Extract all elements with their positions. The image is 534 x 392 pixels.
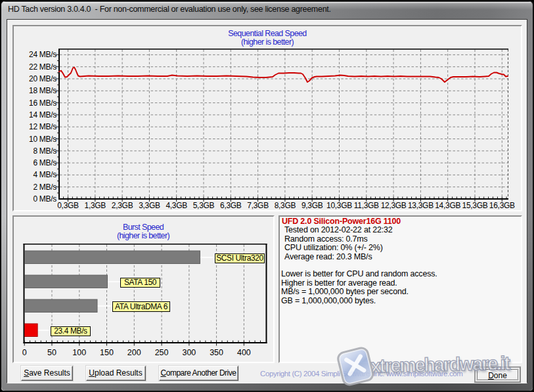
svg-text:200: 200 <box>127 348 141 357</box>
svg-text:0: 0 <box>22 348 27 357</box>
svg-text:50: 50 <box>47 348 56 357</box>
svg-text:15,3GB: 15,3GB <box>462 201 488 210</box>
svg-text:400: 400 <box>237 348 251 357</box>
svg-text:20 MB/s: 20 MB/s <box>29 74 56 83</box>
svg-text:11,3GB: 11,3GB <box>354 201 379 210</box>
svg-text:8 MB/s: 8 MB/s <box>33 146 56 156</box>
svg-text:14 MB/s: 14 MB/s <box>29 110 56 120</box>
svg-text:16 MB/s: 16 MB/s <box>29 98 56 108</box>
svg-text:6 MB/s: 6 MB/s <box>33 158 56 167</box>
svg-text:10 MB/s: 10 MB/s <box>29 135 56 144</box>
svg-text:3,3GB: 3,3GB <box>139 201 160 210</box>
svg-text:9,3GB: 9,3GB <box>301 201 323 210</box>
svg-text:14,3GB: 14,3GB <box>435 201 460 210</box>
svg-text:150: 150 <box>100 348 114 357</box>
svg-text:0,3GB: 0,3GB <box>57 201 79 210</box>
svg-text:12,3GB: 12,3GB <box>381 201 407 210</box>
svg-text:24 MB/s: 24 MB/s <box>29 50 56 59</box>
svg-text:0 MB/s: 0 MB/s <box>33 194 56 204</box>
svg-text:300: 300 <box>182 348 196 357</box>
svg-text:2 MB/s: 2 MB/s <box>33 183 56 192</box>
svg-text:1,3GB: 1,3GB <box>85 201 106 210</box>
svg-text:22 MB/s: 22 MB/s <box>29 62 56 72</box>
svg-text:18 MB/s: 18 MB/s <box>29 86 56 95</box>
svg-text:12 MB/s: 12 MB/s <box>29 122 56 131</box>
svg-text:250: 250 <box>155 348 169 357</box>
svg-text:5,3GB: 5,3GB <box>193 201 215 210</box>
svg-text:100: 100 <box>72 348 86 357</box>
svg-text:7,3GB: 7,3GB <box>247 201 269 210</box>
svg-text:350: 350 <box>210 348 223 357</box>
svg-text:4 MB/s: 4 MB/s <box>33 170 56 179</box>
svg-text:16,3GB: 16,3GB <box>489 201 515 210</box>
svg-text:4,3GB: 4,3GB <box>166 201 187 210</box>
svg-text:2,3GB: 2,3GB <box>112 201 133 210</box>
svg-text:13,3GB: 13,3GB <box>408 201 434 210</box>
svg-text:10,3GB: 10,3GB <box>326 201 352 210</box>
svg-text:6,3GB: 6,3GB <box>220 201 242 210</box>
svg-text:8,3GB: 8,3GB <box>275 201 296 210</box>
